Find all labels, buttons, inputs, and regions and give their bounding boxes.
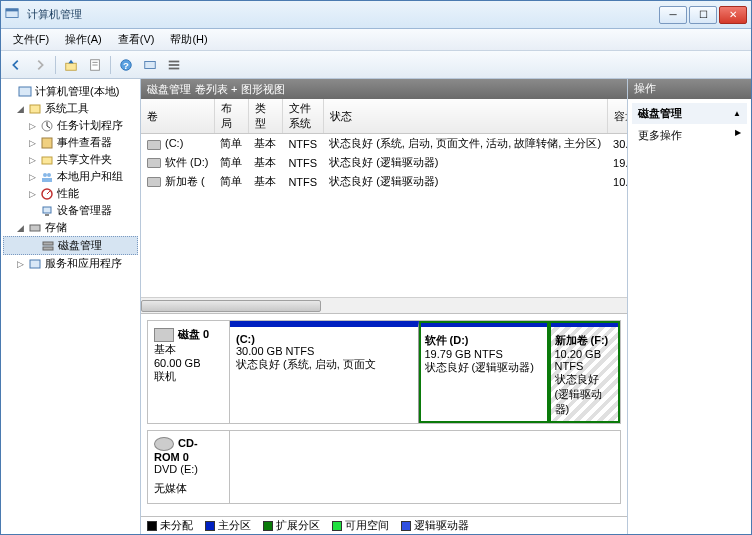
minimize-button[interactable]: ─ [659, 6, 687, 24]
tree-shared-folders[interactable]: ▷共享文件夹 [3, 151, 138, 168]
cell: NTFS [282, 134, 323, 154]
volume-list[interactable]: 卷 布局 类型 文件系统 状态 容量 可 (C:) 简单 基本 NTFS [141, 99, 627, 314]
app-window: 计算机管理 ─ ☐ ✕ 文件(F) 操作(A) 查看(V) 帮助(H) ? 计算… [0, 0, 752, 535]
partition-name: 软件 (D:) [425, 333, 542, 348]
tree-task-scheduler[interactable]: ▷任务计划程序 [3, 117, 138, 134]
menu-view[interactable]: 查看(V) [110, 29, 163, 50]
main-header: 磁盘管理 卷列表 + 图形视图 [141, 79, 627, 99]
close-button[interactable]: ✕ [719, 6, 747, 24]
swatch [205, 521, 215, 531]
svg-rect-19 [42, 178, 52, 182]
partition-name: 新加卷 (F:) [555, 333, 614, 348]
svg-rect-13 [30, 105, 40, 113]
list-button[interactable] [163, 54, 185, 76]
horizontal-scrollbar[interactable] [141, 297, 627, 313]
menu-action[interactable]: 操作(A) [57, 29, 110, 50]
drive-icon [147, 140, 161, 150]
maximize-button[interactable]: ☐ [689, 6, 717, 24]
properties-button[interactable] [84, 54, 106, 76]
cell: 基本 [248, 153, 282, 172]
col-fs[interactable]: 文件系统 [282, 99, 323, 134]
svg-rect-21 [43, 207, 51, 213]
refresh-button[interactable] [139, 54, 161, 76]
partition-f[interactable]: 新加卷 (F:) 10.20 GB NTFS 状态良好 (逻辑驱动器) [549, 321, 621, 423]
cdrom-icon [154, 437, 174, 451]
table-row[interactable]: 软件 (D:) 简单 基本 NTFS 状态良好 (逻辑驱动器) 19.79 GB… [141, 153, 627, 172]
titlebar: 计算机管理 ─ ☐ ✕ [1, 1, 751, 29]
partition-status: 状态良好 (系统, 启动, 页面文 [236, 357, 412, 372]
menu-file[interactable]: 文件(F) [5, 29, 57, 50]
table-row[interactable]: (C:) 简单 基本 NTFS 状态良好 (系统, 启动, 页面文件, 活动, … [141, 134, 627, 154]
tree-storage[interactable]: ◢存储 [3, 219, 138, 236]
actions-panel: 操作 磁盘管理 ▲ 更多操作 ▶ [627, 79, 751, 534]
tree-label: 计算机管理(本地) [35, 84, 119, 99]
svg-rect-10 [169, 64, 180, 66]
tree-label: 本地用户和组 [57, 169, 123, 184]
partition-name: (C:) [236, 333, 412, 345]
scrollbar-thumb[interactable] [141, 300, 321, 312]
svg-rect-11 [169, 67, 180, 69]
cell: 状态良好 (逻辑驱动器) [323, 172, 607, 191]
toolbar-separator [110, 56, 111, 74]
cell: 简单 [214, 153, 248, 172]
actions-body: 磁盘管理 ▲ 更多操作 ▶ [628, 99, 751, 151]
svg-point-18 [47, 173, 51, 177]
actions-section-title[interactable]: 磁盘管理 ▲ [632, 103, 747, 124]
partition-c[interactable]: (C:) 30.00 GB NTFS 状态良好 (系统, 启动, 页面文 [230, 321, 419, 423]
cell: 状态良好 (逻辑驱动器) [323, 153, 607, 172]
tree-device-manager[interactable]: 设备管理器 [3, 202, 138, 219]
tree-label: 共享文件夹 [57, 152, 112, 167]
disk-row-cdrom[interactable]: CD-ROM 0 DVD (E:) 无媒体 [147, 430, 621, 504]
tree-services-apps[interactable]: ▷服务和应用程序 [3, 255, 138, 272]
main-panel: 磁盘管理 卷列表 + 图形视图 卷 布局 类型 文件系统 状态 容量 可 [141, 79, 627, 534]
legend-unallocated: 未分配 [147, 518, 193, 533]
partition-info: 30.00 GB NTFS [236, 345, 412, 357]
cell: 19.79 GB [607, 153, 627, 172]
col-layout[interactable]: 布局 [214, 99, 248, 134]
svg-rect-23 [30, 225, 40, 231]
tree-disk-management[interactable]: 磁盘管理 [3, 236, 138, 255]
col-type[interactable]: 类型 [248, 99, 282, 134]
tree-local-users[interactable]: ▷本地用户和组 [3, 168, 138, 185]
up-button[interactable] [60, 54, 82, 76]
tree-label: 事件查看器 [57, 135, 112, 150]
svg-rect-15 [42, 138, 52, 148]
actions-more[interactable]: 更多操作 ▶ [632, 124, 747, 147]
tree-label: 设备管理器 [57, 203, 112, 218]
disk-row-0[interactable]: 磁盘 0 基本 60.00 GB 联机 (C:) 30.00 GB NTFS 状… [147, 320, 621, 424]
nav-tree[interactable]: 计算机管理(本地) ◢系统工具 ▷任务计划程序 ▷事件查看器 ▷共享文件夹 ▷本… [1, 79, 141, 534]
nav-back-button[interactable] [5, 54, 27, 76]
main-header-tabs: 卷列表 + 图形视图 [195, 82, 285, 97]
col-volume[interactable]: 卷 [141, 99, 214, 134]
disk-icon [154, 328, 174, 342]
disk-partitions: (C:) 30.00 GB NTFS 状态良好 (系统, 启动, 页面文 软件 … [230, 321, 620, 423]
tree-event-viewer[interactable]: ▷事件查看器 [3, 134, 138, 151]
svg-rect-12 [19, 87, 31, 96]
col-status[interactable]: 状态 [323, 99, 607, 134]
drive-icon [147, 177, 161, 187]
menu-help[interactable]: 帮助(H) [162, 29, 215, 50]
svg-rect-24 [43, 242, 53, 245]
tree-root[interactable]: 计算机管理(本地) [3, 83, 138, 100]
tree-label: 任务计划程序 [57, 118, 123, 133]
legend-logical: 逻辑驱动器 [401, 518, 469, 533]
nav-forward-button[interactable] [29, 54, 51, 76]
disk-type: 基本 [154, 342, 223, 357]
svg-rect-8 [145, 61, 156, 68]
menubar: 文件(F) 操作(A) 查看(V) 帮助(H) [1, 29, 751, 51]
disk-label: 磁盘 0 基本 60.00 GB 联机 [148, 321, 230, 423]
cell: 新加卷 ( [165, 175, 205, 187]
tree-system-tools[interactable]: ◢系统工具 [3, 100, 138, 117]
partition-d[interactable]: 软件 (D:) 19.79 GB NTFS 状态良好 (逻辑驱动器) [419, 321, 549, 423]
toolbar-separator [55, 56, 56, 74]
disk-name: 磁盘 0 [178, 328, 209, 340]
partition-info: 19.79 GB NTFS [425, 348, 542, 360]
help-button[interactable]: ? [115, 54, 137, 76]
collapse-arrow-icon: ▲ [733, 109, 741, 118]
legend-label: 可用空间 [345, 518, 389, 533]
window-title: 计算机管理 [27, 7, 659, 22]
table-row[interactable]: 新加卷 ( 简单 基本 NTFS 状态良好 (逻辑驱动器) 10.20 GB 1… [141, 172, 627, 191]
disk-status: 无媒体 [154, 481, 223, 496]
tree-performance[interactable]: ▷性能 [3, 185, 138, 202]
col-capacity[interactable]: 容量 [607, 99, 627, 134]
